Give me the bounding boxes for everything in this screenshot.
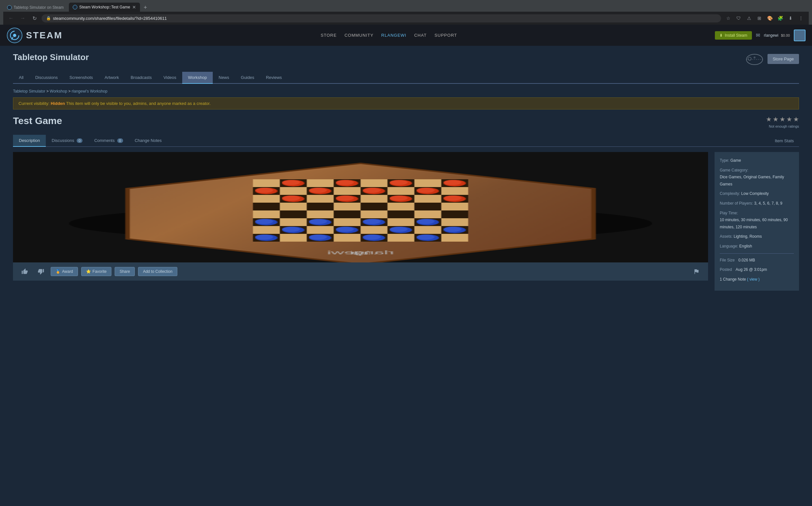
breadcrumb-sep2: > (68, 89, 71, 93)
share-btn[interactable]: Share (115, 267, 135, 276)
close-tab-btn[interactable]: ✕ (132, 5, 136, 10)
steam-controller-icon (745, 52, 764, 65)
user-area: rlangewi $0.00 (764, 33, 790, 38)
breadcrumb-game[interactable]: Tabletop Simulator (13, 89, 45, 93)
visibility-status: Hidden (51, 101, 65, 106)
comments-badge: 0 (117, 138, 123, 143)
steam-page: STEAM STORE COMMUNITY RLANGEWI CHAT SUPP… (0, 25, 812, 506)
svg-point-1 (13, 34, 16, 37)
thumbsup-icon (21, 268, 28, 275)
user-avatar[interactable] (794, 29, 806, 41)
back-btn[interactable]: ← (6, 14, 16, 23)
browser-tab-2[interactable]: Steam Workshop::Test Game ✕ (69, 3, 140, 12)
thumbs-up-btn[interactable] (18, 266, 31, 277)
ext-btn-4[interactable]: 🎨 (765, 14, 774, 23)
steam-logo-icon (6, 27, 23, 44)
nav-support[interactable]: SUPPORT (434, 33, 457, 38)
content-tabs: Description Discussions 0 Comments 0 Cha… (13, 135, 799, 147)
meta-type: Type: Game (720, 157, 794, 164)
tab-description[interactable]: Description (13, 135, 46, 147)
subnav-videos[interactable]: Videos (158, 72, 182, 84)
thumbsdown-icon (38, 268, 44, 275)
more-btn[interactable]: ⋮ (796, 14, 806, 23)
meta-filesize: File Size 0.026 MB (720, 257, 794, 264)
meta-playtime: Play Time: 10 minutes, 30 minutes, 60 mi… (720, 210, 794, 231)
item-actions: 🏅 Award ⭐ Favorite Share Add to Collecti… (13, 262, 708, 280)
tab-bar: Tabletop Simulator on Steam Steam Worksh… (3, 3, 809, 12)
meta-change-notes: 1 Change Note ( view ) (720, 276, 794, 283)
install-steam-btn[interactable]: ⬇ Install Steam (715, 31, 752, 39)
star-4: ★ (786, 115, 792, 123)
meta-language: Language: English (720, 243, 794, 250)
item-stats-btn[interactable]: Item Stats (769, 136, 799, 146)
browser-tab-1[interactable]: Tabletop Simulator on Steam (3, 3, 68, 12)
ext-btn-5[interactable]: 🧩 (776, 14, 785, 23)
subnav-workshop[interactable]: Workshop (182, 72, 213, 84)
award-icon: 🏅 (56, 269, 60, 274)
tab-change-notes[interactable]: Change Notes (129, 135, 168, 147)
tab-comments[interactable]: Comments 0 (88, 135, 129, 147)
ext-btn-6[interactable]: ⬇ (786, 14, 795, 23)
subnav-artwork[interactable]: Artwork (99, 72, 125, 84)
flag-icon (693, 268, 700, 275)
steam-header: STEAM STORE COMMUNITY RLANGEWI CHAT SUPP… (0, 25, 812, 46)
browser-chrome: Tabletop Simulator on Steam Steam Worksh… (0, 0, 812, 25)
browser-extensions: ☆ 🛡 ⚠ ⊞ 🎨 🧩 ⬇ ⋮ (724, 14, 806, 23)
address-bar[interactable]: 🔒 steamcommunity.com/sharedfiles/filedet… (42, 14, 721, 22)
nav-chat[interactable]: CHAT (414, 33, 426, 38)
meta-divider (720, 253, 794, 254)
item-sidebar: Type: Game Game Category: Dice Games, Or… (715, 152, 799, 291)
meta-complexity: Complexity: Low Complexity (720, 190, 794, 197)
steam-logo-text: STEAM (26, 30, 63, 40)
breadcrumb-sep1: > (47, 89, 50, 93)
steam-header-right: ⬇ Install Steam ✉ rlangewi $0.00 (715, 29, 806, 41)
nav-community[interactable]: COMMUNITY (345, 33, 374, 38)
tab-title-1: Tabletop Simulator on Steam (14, 5, 64, 10)
reload-btn[interactable]: ↻ (30, 14, 39, 23)
lock-icon: 🔒 (46, 16, 51, 20)
item-image-area: rlangewi 🏅 Award (13, 152, 708, 291)
breadcrumb-workshop[interactable]: Workshop (50, 89, 67, 93)
tab-discussions[interactable]: Discussions 0 (46, 135, 88, 147)
new-tab-btn[interactable]: + (141, 3, 150, 12)
add-to-collection-btn[interactable]: Add to Collection (138, 267, 177, 276)
visibility-warning: Current visibility: Hidden This item wil… (13, 97, 799, 109)
email-icon: ✉ (756, 32, 760, 38)
meta-players: Number of Players: 3, 4, 5, 6, 7, 8, 9 (720, 200, 794, 207)
breadcrumb-user[interactable]: rlangewi's Workshop (72, 89, 107, 93)
rating-text: Not enough ratings (769, 124, 799, 128)
ext-btn-1[interactable]: 🛡 (734, 14, 743, 23)
game-header: Tabletop Simulator Store Page (13, 52, 799, 72)
subnav-broadcasts[interactable]: Broadcasts (125, 72, 158, 84)
visibility-prefix: Current visibility: (18, 101, 50, 106)
favorite-btn[interactable]: ⭐ Favorite (81, 267, 111, 276)
subnav-news[interactable]: News (213, 72, 235, 84)
nav-store[interactable]: STORE (321, 33, 337, 38)
subnav-screenshots[interactable]: Screenshots (64, 72, 99, 84)
breadcrumb: Tabletop Simulator > Workshop > rlangewi… (13, 89, 799, 93)
ext-btn-3[interactable]: ⊞ (755, 14, 764, 23)
bookmark-btn[interactable]: ☆ (724, 14, 733, 23)
nav-username[interactable]: RLANGEWI (381, 33, 406, 38)
ext-btn-2[interactable]: ⚠ (744, 14, 753, 23)
install-icon: ⬇ (719, 33, 723, 38)
watermark: rlangewi (351, 250, 370, 256)
username-display[interactable]: rlangewi (764, 33, 779, 38)
game-title: Tabletop Simulator (13, 52, 89, 62)
address-text: steamcommunity.com/sharedfiles/filedetai… (53, 16, 167, 21)
favorite-icon: ⭐ (86, 269, 91, 274)
subnav-discussions[interactable]: Discussions (29, 72, 63, 84)
svg-point-4 (748, 57, 751, 61)
subnav-reviews[interactable]: Reviews (260, 72, 288, 84)
user-balance: $0.00 (781, 33, 790, 37)
meta-posted: Posted Aug 26 @ 3:01pm (720, 266, 794, 273)
change-note-link[interactable]: ( view ) (747, 277, 760, 281)
award-btn[interactable]: 🏅 Award (51, 267, 78, 276)
subnav-all[interactable]: All (13, 72, 29, 84)
thumbs-down-btn[interactable] (34, 266, 48, 277)
store-page-btn[interactable]: Store Page (767, 54, 799, 64)
item-title: Test Game (13, 115, 62, 126)
subnav-guides[interactable]: Guides (235, 72, 260, 84)
forward-btn[interactable]: → (18, 14, 27, 23)
flag-btn[interactable] (690, 266, 703, 277)
